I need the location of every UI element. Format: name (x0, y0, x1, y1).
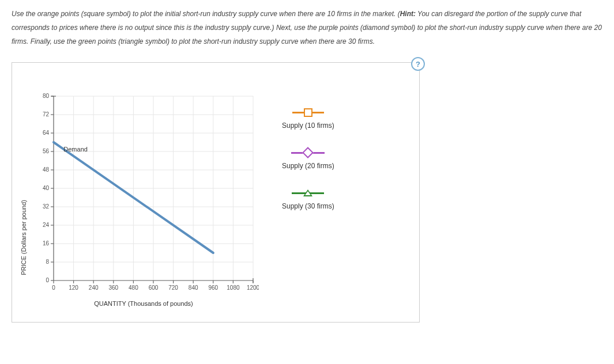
svg-text:360: 360 (108, 285, 118, 291)
svg-text:960: 960 (208, 285, 218, 291)
svg-text:8: 8 (46, 259, 49, 265)
legend-label-10: Supply (10 firms) (282, 122, 334, 130)
legend: Supply (10 firms) Supply (20 firms) Supp… (282, 107, 334, 227)
instr-part1: Use the orange points (square symbol) to… (12, 10, 400, 18)
triangle-icon (282, 187, 334, 199)
square-icon (282, 107, 334, 118)
legend-supply-20[interactable]: Supply (20 firms) (282, 147, 334, 170)
legend-label-20: Supply (20 firms) (282, 162, 334, 170)
diamond-icon (282, 147, 334, 158)
chart-area[interactable]: PRICE (Dollars per pound) 01202403604806… (28, 90, 259, 309)
legend-label-30: Supply (30 firms) (282, 202, 334, 210)
svg-text:1200: 1200 (247, 285, 259, 291)
svg-text:480: 480 (129, 285, 138, 291)
legend-supply-10[interactable]: Supply (10 firms) (282, 107, 334, 130)
graph-panel: ? PRICE (Dollars per pound) 012024036048… (12, 62, 420, 323)
svg-text:48: 48 (43, 166, 50, 173)
svg-text:40: 40 (43, 185, 50, 191)
svg-text:0: 0 (52, 285, 55, 291)
svg-text:80: 80 (43, 93, 50, 99)
instr-hint-label: Hint: (400, 10, 416, 18)
x-axis-label: QUANTITY (Thousands of pounds) (28, 300, 259, 307)
svg-text:32: 32 (43, 203, 50, 210)
svg-text:1080: 1080 (227, 285, 240, 291)
svg-text:240: 240 (89, 285, 99, 291)
svg-text:Demand: Demand (63, 146, 88, 153)
legend-supply-30[interactable]: Supply (30 firms) (282, 187, 334, 210)
svg-text:720: 720 (168, 285, 178, 291)
svg-text:120: 120 (69, 285, 78, 291)
svg-text:64: 64 (43, 130, 50, 136)
svg-text:600: 600 (149, 285, 159, 291)
help-button[interactable]: ? (411, 57, 425, 71)
chart-svg[interactable]: 0120240360480600720840960108012000816243… (28, 90, 259, 298)
svg-text:0: 0 (46, 277, 49, 283)
svg-text:840: 840 (189, 285, 198, 291)
svg-text:24: 24 (43, 222, 50, 228)
instructions-text: Use the orange points (square symbol) to… (12, 7, 602, 48)
svg-text:16: 16 (43, 240, 50, 247)
svg-text:72: 72 (43, 111, 50, 117)
y-axis-label: PRICE (Dollars per pound) (20, 200, 27, 275)
svg-text:56: 56 (43, 148, 50, 154)
